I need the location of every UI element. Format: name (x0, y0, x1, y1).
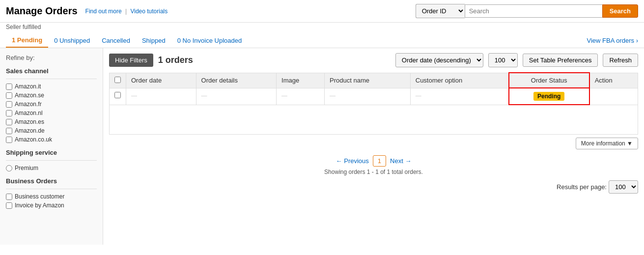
tabs-bar: 1 Pending 0 Unshipped Cancelled Shipped … (0, 30, 644, 48)
shipping-premium-label: Premium (15, 165, 38, 171)
invoice-by-amazon-checkbox[interactable] (6, 202, 12, 209)
channel-amazon-it-label: Amazon.it (15, 83, 41, 90)
col-action: Action (589, 73, 638, 88)
table-header: Order date Order details Image Product n… (110, 73, 638, 88)
row-order-details: — (196, 88, 277, 105)
row-order-date: — (126, 88, 196, 105)
col-order-date: Order date (126, 73, 196, 88)
channel-amazon-de-checkbox[interactable] (6, 128, 12, 134)
hide-filters-button[interactable]: Hide Filters (109, 54, 153, 67)
channel-amazon-es-label: Amazon.es (15, 118, 44, 125)
col-order-status: Order Status (509, 73, 589, 88)
divider-3 (6, 189, 97, 189)
results-per-page-select[interactable]: 100 25 50 (609, 180, 638, 194)
toolbar: Hide Filters 1 orders Order date (descen… (109, 53, 638, 67)
business-customer-checkbox[interactable] (6, 194, 12, 200)
seller-fulfilled-label: Seller fulfilled (6, 24, 41, 30)
shipping-service-title: Shipping service (6, 149, 97, 156)
results-per-page-area: Results per page: 100 25 50 (109, 180, 638, 194)
channel-amazon-nl-label: Amazon.nl (15, 110, 43, 116)
search-type-dropdown[interactable]: Order ID (416, 4, 465, 18)
tab-pending[interactable]: 1 Pending (6, 33, 48, 48)
pagination-info: Showing orders 1 - 1 of 1 total orders. (109, 169, 638, 175)
per-page-dropdown[interactable]: 100 (488, 53, 518, 67)
current-page: 1 (373, 155, 386, 167)
top-bar: Manage Orders Find out more | Video tuto… (0, 0, 644, 23)
select-all-checkbox[interactable] (114, 77, 121, 83)
tab-no-invoice[interactable]: 0 No Invoice Uploaded (171, 34, 248, 47)
row-checkbox[interactable] (114, 92, 121, 98)
video-tutorials-link[interactable]: Video tutorials (130, 8, 168, 15)
table-row: — — — — — Pending (110, 88, 638, 105)
col-image: Image (277, 73, 325, 88)
orders-count: 1 orders (158, 55, 193, 65)
channel-amazon-se-checkbox[interactable] (6, 92, 12, 99)
find-out-more-link[interactable]: Find out more (85, 8, 122, 15)
invoice-by-amazon-label: Invoice by Amazon (15, 202, 64, 209)
content-area: Hide Filters 1 orders Order date (descen… (103, 48, 644, 245)
header-links: Find out more | Video tutorials (85, 8, 168, 15)
sub-header: Seller fulfilled (0, 23, 644, 30)
pending-status-badge: Pending (533, 92, 564, 101)
row-action (589, 88, 638, 105)
refine-by-label: Refine by: (6, 54, 97, 61)
more-information-button[interactable]: More information ▼ (576, 138, 638, 149)
channel-amazon-de-label: Amazon.de (15, 127, 45, 134)
channel-amazon-nl: Amazon.nl (6, 110, 97, 116)
channel-amazon-it: Amazon.it (6, 83, 97, 90)
table-header-row: Order date Order details Image Product n… (110, 73, 638, 88)
row-order-status: Pending (509, 88, 589, 105)
col-customer-option: Customer option (410, 73, 508, 88)
orders-table: Order date Order details Image Product n… (109, 72, 638, 135)
next-page-button[interactable]: Next → (390, 157, 411, 165)
channel-amazon-nl-checkbox[interactable] (6, 110, 12, 116)
search-wrapper: Order ID Search (416, 4, 638, 18)
channel-amazon-it-checkbox[interactable] (6, 84, 12, 90)
search-button[interactable]: Search (602, 4, 638, 18)
col-product-name: Product name (325, 73, 411, 88)
tab-cancelled[interactable]: Cancelled (96, 34, 136, 47)
shipping-premium-radio[interactable] (6, 165, 12, 171)
set-table-preferences-button[interactable]: Set Table Preferences (523, 54, 598, 67)
search-input[interactable] (465, 4, 602, 18)
col-order-details: Order details (196, 73, 277, 88)
tab-shipped[interactable]: Shipped (136, 34, 171, 47)
refresh-button[interactable]: Refresh (603, 54, 638, 67)
table-row-empty (110, 105, 638, 134)
table-body: — — — — — Pending (110, 88, 638, 134)
channel-amazon-co-uk-checkbox[interactable] (6, 137, 12, 143)
view-fba-link[interactable]: View FBA orders › (587, 34, 638, 47)
results-per-page-label: Results per page: (557, 183, 607, 191)
channel-amazon-fr-label: Amazon.fr (15, 101, 42, 108)
main-area: Refine by: Sales channel Amazon.it Amazo… (0, 48, 644, 245)
order-date-dropdown[interactable]: Order date (descending) (395, 53, 483, 67)
row-image: — (277, 88, 325, 105)
channel-amazon-fr: Amazon.fr (6, 101, 97, 108)
business-customer-label: Business customer (15, 193, 64, 200)
channel-amazon-co-uk-label: Amazon.co.uk (15, 136, 52, 143)
empty-row (110, 105, 638, 134)
business-customer: Business customer (6, 193, 97, 200)
channel-amazon-se-label: Amazon.se (15, 92, 44, 99)
channel-amazon-de: Amazon.de (6, 127, 97, 134)
row-customer-option: — (410, 88, 508, 105)
sales-channel-title: Sales channel (6, 67, 97, 75)
channel-amazon-es: Amazon.es (6, 118, 97, 125)
divider-1 (6, 79, 97, 79)
channel-amazon-es-checkbox[interactable] (6, 119, 12, 125)
previous-page-button[interactable]: ← Previous (336, 157, 369, 165)
shipping-premium: Premium (6, 165, 97, 171)
pagination-area: ← Previous 1 Next → Showing orders 1 - 1… (109, 155, 638, 175)
channel-amazon-se: Amazon.se (6, 92, 97, 99)
divider-2 (6, 160, 97, 161)
row-checkbox-cell (110, 88, 126, 105)
separator: | (125, 8, 128, 15)
more-info-area: More information ▼ (109, 138, 638, 149)
page-title: Manage Orders (6, 5, 78, 17)
channel-amazon-co-uk: Amazon.co.uk (6, 136, 97, 143)
invoice-by-amazon: Invoice by Amazon (6, 202, 97, 209)
channel-amazon-fr-checkbox[interactable] (6, 101, 12, 108)
row-product-name: — (325, 88, 411, 105)
business-orders-title: Business Orders (6, 177, 97, 185)
tab-unshipped[interactable]: 0 Unshipped (48, 34, 96, 47)
